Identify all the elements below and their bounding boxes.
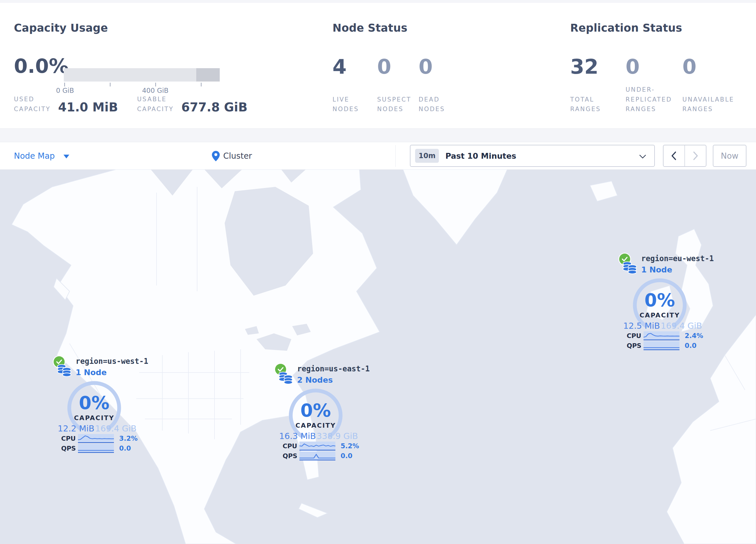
unavailable-ranges-label: UNAVAILABLE RANGES: [682, 95, 740, 114]
qps-label: QPS: [61, 445, 78, 452]
dead-nodes-count: 0: [419, 55, 462, 79]
now-button[interactable]: Now: [713, 145, 746, 167]
region-capacity-percent: 0%: [65, 394, 123, 412]
used-capacity-label: USED CAPACITY: [14, 95, 50, 114]
capacity-bar: 0 GiB 400 GiB: [64, 68, 220, 95]
region-node-count: 2 Nodes: [297, 376, 333, 385]
capacity-used-percent: 0.0%: [14, 55, 69, 77]
capacity-tick-label-0: 0 GiB: [56, 87, 74, 94]
capacity-bar-reserved-segment: [196, 68, 220, 81]
replication-status-title: Replication Status: [570, 22, 682, 34]
breadcrumb-cluster[interactable]: Cluster: [212, 142, 252, 170]
dead-nodes-stat: 0 DEAD NODES: [419, 55, 462, 114]
under-replicated-ranges-count: 0: [626, 55, 682, 79]
breadcrumb-label: Cluster: [223, 151, 252, 161]
qps-value: 0.0: [685, 342, 697, 349]
region-card-us-west-1[interactable]: region=us-west-1 1 Node 0% CAPACITY 12.2…: [54, 356, 141, 455]
total-ranges-count: 32: [570, 55, 626, 79]
database-stack-icon: [57, 363, 72, 378]
region-name: region=us-west-1: [76, 357, 148, 366]
replication-status-stats: 32 TOTAL RANGES 0 UNDER- REPLICATED RANG…: [570, 55, 740, 114]
view-selector-label: Node Map: [14, 151, 55, 161]
region-capacity-percent: 0%: [631, 291, 689, 309]
time-range-badge: 10m: [415, 149, 439, 163]
time-forward-button[interactable]: [685, 145, 706, 166]
cpu-sparkline: [644, 331, 679, 340]
map-pin-icon: [212, 151, 220, 161]
qps-label: QPS: [283, 452, 299, 460]
chevron-left-icon: [670, 151, 677, 160]
chevron-right-icon: [692, 151, 699, 160]
region-capacity-label: CAPACITY: [62, 414, 126, 422]
region-capacity-label: CAPACITY: [628, 312, 692, 319]
qps-sparkline: [299, 452, 335, 460]
live-nodes-label: LIVE NODES: [332, 95, 377, 114]
view-selector-dropdown[interactable]: Node Map: [14, 142, 69, 170]
time-range-dropdown[interactable]: 10m Past 10 Minutes: [410, 145, 655, 167]
region-node-count: 1 Node: [76, 368, 107, 377]
node-map[interactable]: region=us-west-1 1 Node 0% CAPACITY 12.2…: [0, 169, 756, 544]
usable-capacity-label: USABLE CAPACITY: [137, 95, 174, 114]
usable-capacity-value: 677.8 GiB: [181, 101, 247, 113]
database-stack-icon: [279, 370, 293, 385]
cpu-value: 2.4%: [685, 332, 703, 340]
total-ranges-label: TOTAL RANGES: [570, 95, 626, 114]
region-node-count: 1 Node: [641, 265, 672, 274]
region-name: region=us-east-1: [297, 365, 370, 373]
suspect-nodes-stat: 0 SUSPECT NODES: [377, 55, 419, 114]
region-capacity-label: CAPACITY: [284, 422, 348, 429]
qps-sparkline: [78, 444, 114, 453]
region-used-capacity: 12.5 MiB: [623, 321, 660, 331]
capacity-usage-title: Capacity Usage: [14, 22, 108, 34]
region-total-capacity: 169.4 GiB: [95, 424, 137, 434]
cpu-label: CPU: [627, 332, 644, 340]
region-used-capacity: 16.3 MiB: [279, 431, 316, 441]
under-replicated-ranges-stat: 0 UNDER- REPLICATED RANGES: [626, 55, 682, 114]
qps-label: QPS: [627, 342, 644, 349]
region-card-us-east-1[interactable]: region=us-east-1 2 Nodes 0% CAPACITY 16.…: [275, 364, 362, 463]
qps-sparkline: [644, 341, 679, 350]
under-replicated-ranges-label: UNDER- REPLICATED RANGES: [626, 85, 682, 114]
region-used-capacity: 12.2 MiB: [58, 424, 95, 434]
unavailable-ranges-count: 0: [682, 55, 740, 79]
time-range-label: Past 10 Minutes: [445, 151, 516, 160]
region-total-capacity: 169.4 GiB: [661, 321, 702, 331]
region-card-eu-west-1[interactable]: region=eu-west-1 1 Node 0% CAPACITY 12.5…: [619, 253, 706, 352]
cpu-label: CPU: [61, 435, 78, 442]
cpu-value: 3.2%: [119, 435, 138, 442]
time-back-button[interactable]: [664, 145, 685, 166]
cluster-summary-panel: Capacity Usage Node Status Replication S…: [0, 3, 756, 129]
node-status-title: Node Status: [332, 22, 407, 34]
node-status-stats: 4 LIVE NODES 0 SUSPECT NODES 0 DEAD NODE…: [332, 55, 462, 114]
dead-nodes-label: DEAD NODES: [419, 95, 462, 114]
cpu-sparkline: [299, 442, 335, 451]
used-capacity-value: 41.0 MiB: [58, 101, 118, 113]
region-capacity-percent: 0%: [287, 402, 345, 420]
database-stack-icon: [623, 260, 637, 275]
chevron-down-icon: [639, 155, 646, 159]
live-nodes-stat: 4 LIVE NODES: [332, 55, 377, 114]
toolbar-divider: [395, 145, 396, 167]
capacity-tick-label-400: 400 GiB: [142, 87, 168, 94]
unavailable-ranges-stat: 0 UNAVAILABLE RANGES: [682, 55, 740, 114]
map-toolbar: Node Map Cluster 10m Past 10 Minutes: [0, 142, 756, 170]
cpu-sparkline: [78, 434, 114, 443]
cpu-label: CPU: [283, 443, 299, 450]
usable-capacity: USABLE CAPACITY 677.8 GiB: [137, 95, 248, 114]
total-ranges-stat: 32 TOTAL RANGES: [570, 55, 626, 114]
caret-down-icon: [63, 155, 69, 158]
live-nodes-count: 4: [332, 55, 377, 79]
used-capacity: USED CAPACITY 41.0 MiB: [14, 95, 118, 114]
capacity-details: USED CAPACITY 41.0 MiB USABLE CAPACITY 6…: [14, 95, 267, 114]
time-pager: [663, 145, 706, 167]
qps-value: 0.0: [119, 445, 131, 452]
region-name: region=eu-west-1: [641, 254, 714, 263]
suspect-nodes-label: SUSPECT NODES: [377, 95, 419, 114]
suspect-nodes-count: 0: [377, 55, 419, 79]
region-total-capacity: 338.9 GiB: [317, 431, 358, 441]
capacity-bar-track: [64, 68, 220, 81]
cluster-overview-page: Capacity Usage Node Status Replication S…: [0, 0, 756, 544]
qps-value: 0.0: [341, 452, 352, 460]
capacity-bar-ticks: [64, 82, 220, 87]
cpu-value: 5.2%: [341, 442, 359, 450]
